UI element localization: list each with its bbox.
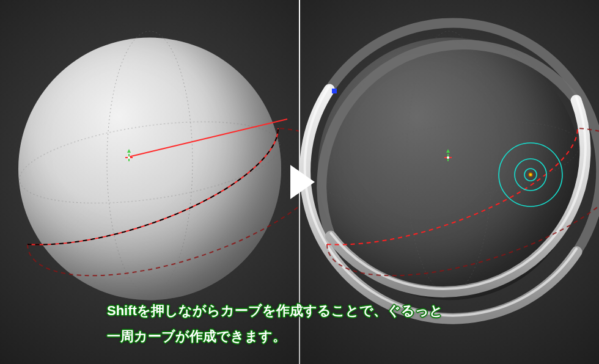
tutorial-comparison: Shiftを押しながらカーブを作成することで、ぐるっと 一周カーブが作成できます…	[0, 0, 599, 364]
viewport-before[interactable]	[0, 0, 300, 364]
viewport-after[interactable]	[300, 0, 599, 364]
sphere-after	[318, 38, 581, 300]
panel-divider	[299, 0, 300, 364]
sphere-before	[18, 38, 281, 300]
